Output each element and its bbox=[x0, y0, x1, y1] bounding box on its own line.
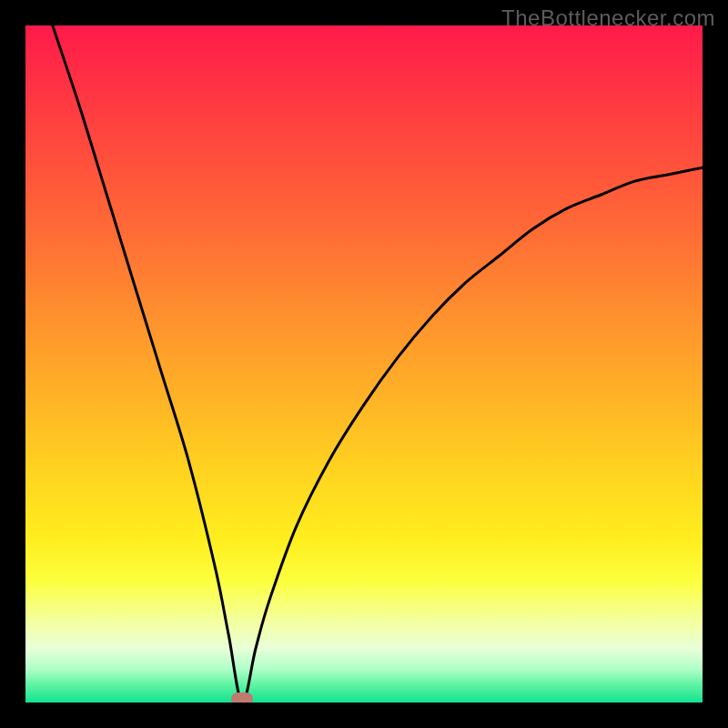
plot-area bbox=[25, 25, 703, 703]
chart-frame: TheBottlenecker.com bbox=[0, 0, 728, 728]
minimum-marker bbox=[231, 693, 253, 703]
watermark-text: TheBottlenecker.com bbox=[501, 5, 715, 31]
bottleneck-curve bbox=[25, 25, 703, 703]
